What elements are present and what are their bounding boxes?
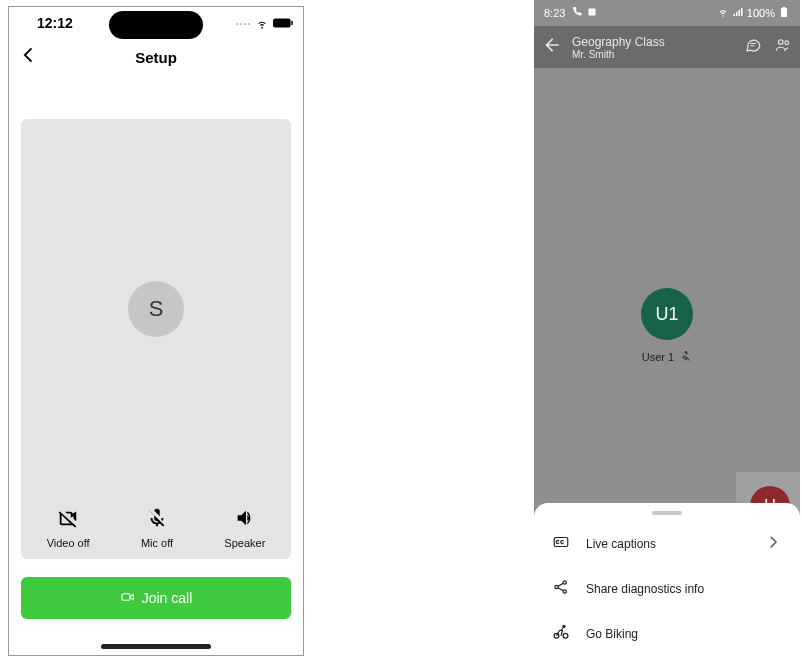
sheet-label: Go Biking <box>586 627 638 641</box>
svg-rect-2 <box>122 593 130 600</box>
people-button[interactable] <box>774 36 792 58</box>
video-preview-area: S Video off Mic off Speaker <box>21 119 291 559</box>
svg-rect-1 <box>291 21 292 25</box>
chat-button[interactable] <box>744 36 762 58</box>
back-button[interactable] <box>542 35 562 59</box>
chevron-right-icon <box>764 533 782 554</box>
battery-icon <box>273 17 295 29</box>
svg-point-12 <box>563 625 565 627</box>
participant-avatar-text: U1 <box>655 304 678 325</box>
share-icon <box>552 578 570 599</box>
join-call-label: Join call <box>142 590 193 606</box>
svg-point-11 <box>563 633 568 638</box>
join-call-button[interactable]: Join call <box>21 577 291 619</box>
back-button[interactable] <box>19 45 39 69</box>
battery-full-icon <box>778 6 790 20</box>
cc-icon <box>552 533 570 554</box>
mic-toggle[interactable]: Mic off <box>141 507 173 549</box>
participant-avatar: U1 <box>641 288 693 340</box>
sheet-item-live-captions[interactable]: Live captions <box>534 521 800 566</box>
header-text-block: Geography Class Mr. Smith <box>572 35 665 60</box>
ios-status-bar: 12:12 •••• <box>9 7 303 39</box>
ios-status-right: •••• <box>236 16 295 30</box>
participant-name: User 1 <box>642 351 674 363</box>
android-phone-frame: 8:23 100% Geography Class Mr. Smith <box>534 0 800 662</box>
bike-icon <box>552 623 570 644</box>
video-toggle[interactable]: Video off <box>47 507 90 549</box>
sheet-item-share-diagnostics[interactable]: Share diagnostics info <box>534 566 800 611</box>
speaker-toggle-label: Speaker <box>224 537 265 549</box>
signal-icon <box>732 6 744 20</box>
call-main-area: U1 User 1 U Live captions <box>534 68 800 662</box>
svg-point-8 <box>563 581 566 584</box>
video-off-icon <box>57 507 79 533</box>
video-toggle-label: Video off <box>47 537 90 549</box>
svg-point-9 <box>563 590 566 593</box>
participant-label-row: User 1 <box>642 350 692 364</box>
avatar-letter: S <box>149 296 164 322</box>
android-time: 8:23 <box>544 7 565 19</box>
phone-icon <box>571 6 583 20</box>
call-subtitle: Mr. Smith <box>572 49 665 60</box>
battery-text: 100% <box>747 7 775 19</box>
bottom-sheet: Live captions Share diagnostics info Go … <box>534 503 800 662</box>
svg-point-4 <box>779 40 784 45</box>
mic-off-icon <box>146 507 168 533</box>
page-title: Setup <box>135 49 177 66</box>
ios-phone-frame: 12:12 •••• Setup S Video off <box>8 6 304 656</box>
wifi-icon <box>255 16 269 30</box>
self-avatar: S <box>128 281 184 337</box>
android-status-bar: 8:23 100% <box>534 0 800 26</box>
preview-control-row: Video off Mic off Speaker <box>21 507 291 549</box>
sheet-drag-handle[interactable] <box>652 511 682 515</box>
sheet-item-go-biking[interactable]: Go Biking <box>534 611 800 656</box>
home-indicator[interactable] <box>101 644 211 649</box>
video-icon <box>120 589 136 608</box>
ios-nav-bar: Setup <box>9 39 303 75</box>
speaker-toggle[interactable]: Speaker <box>224 507 265 549</box>
android-status-right: 100% <box>717 6 790 20</box>
header-action-icons <box>744 36 792 58</box>
sheet-label: Share diagnostics info <box>586 582 704 596</box>
signal-dots-icon: •••• <box>236 19 251 28</box>
ios-notch <box>109 11 203 39</box>
mic-toggle-label: Mic off <box>141 537 173 549</box>
call-header: Geography Class Mr. Smith <box>534 26 800 68</box>
stop-icon <box>586 6 598 20</box>
mic-muted-icon <box>680 350 692 364</box>
svg-rect-3 <box>589 9 596 16</box>
svg-rect-0 <box>273 19 291 28</box>
call-title: Geography Class <box>572 35 665 49</box>
wifi-calling-icon <box>717 6 729 20</box>
ios-time: 12:12 <box>37 15 73 31</box>
sheet-label: Live captions <box>586 537 656 551</box>
svg-point-7 <box>555 585 558 588</box>
speaker-icon <box>234 507 256 533</box>
svg-point-5 <box>785 41 789 45</box>
